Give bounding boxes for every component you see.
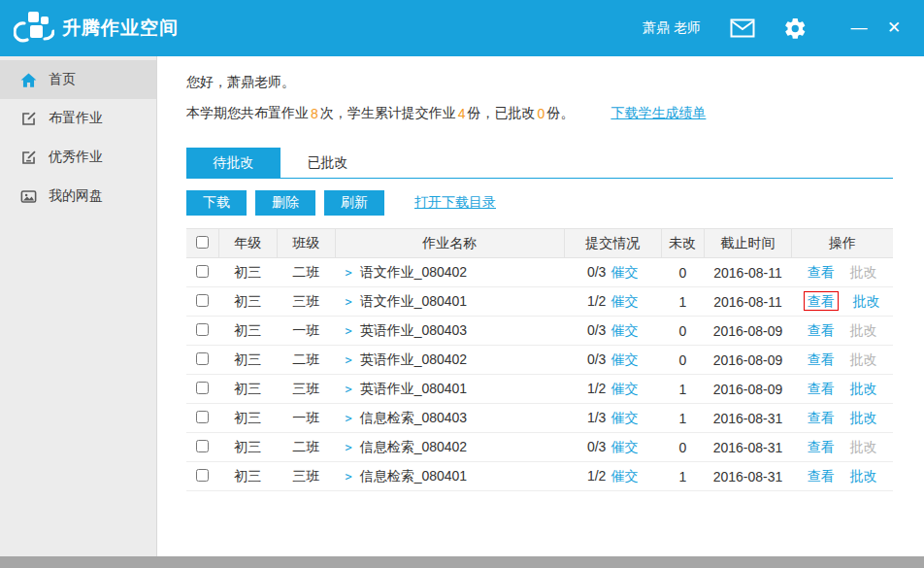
expand-arrow-icon[interactable]: > (345, 383, 351, 396)
refresh-button[interactable]: 刷新 (324, 190, 384, 216)
homework-name-link[interactable]: 语文作业_080401 (360, 293, 468, 309)
table-row: 初三 二班 >信息检索_080402 0/3催交 0 2016-08-31 查看… (186, 433, 893, 462)
submission-count: 1/3 (587, 410, 606, 425)
settings-gear-icon[interactable] (782, 16, 808, 41)
row-checkbox[interactable] (196, 411, 209, 423)
table-body: 初三 二班 >语文作业_080402 0/3催交 0 2016-08-11 查看… (186, 258, 893, 491)
grade-link[interactable]: 批改 (850, 439, 877, 454)
homework-name-link[interactable]: 英语作业_080401 (360, 381, 468, 396)
table-row: 初三 二班 >语文作业_080402 0/3催交 0 2016-08-11 查看… (186, 258, 893, 287)
grade-link[interactable]: 批改 (850, 468, 877, 484)
expand-arrow-icon[interactable]: > (345, 295, 351, 309)
close-button[interactable]: ✕ (883, 17, 905, 39)
deadline: 2016-08-11 (704, 258, 791, 287)
ungraded-count: 0 (661, 433, 704, 462)
row-grade: 初三 (218, 287, 277, 317)
row-class: 三班 (277, 462, 335, 491)
grade-link[interactable]: 批改 (850, 381, 877, 396)
homework-name-link[interactable]: 英语作业_080402 (360, 351, 468, 367)
row-checkbox[interactable] (196, 382, 209, 394)
download-button[interactable]: 下载 (186, 190, 247, 216)
app-window: 升腾作业空间 萧鼎 老师 — ✕ (0, 0, 924, 568)
greeting-text: 您好，萧鼎老师。 (186, 74, 893, 91)
view-link[interactable]: 查看 (808, 351, 835, 367)
urge-submit-link[interactable]: 催交 (610, 322, 638, 338)
view-link[interactable]: 查看 (808, 264, 835, 280)
submission-count: 1/2 (587, 293, 606, 309)
tab-pending-grading[interactable]: 待批改 (186, 148, 280, 178)
col-header-deadline: 截止时间 (704, 229, 791, 258)
table-row: 初三 三班 >语文作业_080401 1/2催交 1 2016-08-11 查看… (186, 287, 893, 317)
tab-graded[interactable]: 已批改 (280, 148, 375, 178)
view-link[interactable]: 查看 (805, 292, 838, 310)
download-transcript-link[interactable]: 下载学生成绩单 (610, 105, 706, 122)
table-row: 初三 一班 >英语作业_080403 0/3催交 0 2016-08-09 查看… (186, 317, 893, 346)
row-grade: 初三 (218, 258, 277, 287)
urge-submit-link[interactable]: 催交 (610, 439, 638, 454)
homework-name-link[interactable]: 信息检索_080401 (360, 468, 468, 484)
row-grade: 初三 (218, 462, 277, 491)
homework-name-link[interactable]: 信息检索_080403 (360, 410, 468, 425)
table-row: 初三 二班 >英语作业_080402 0/3催交 0 2016-08-09 查看… (186, 346, 893, 375)
homework-name-link[interactable]: 英语作业_080403 (360, 322, 468, 338)
row-checkbox[interactable] (196, 469, 209, 482)
view-link[interactable]: 查看 (808, 439, 835, 454)
select-all-checkbox[interactable] (196, 236, 209, 249)
submission-count: 1/2 (587, 381, 606, 396)
view-link[interactable]: 查看 (808, 322, 835, 338)
minimize-button[interactable]: — (848, 17, 870, 39)
row-checkbox[interactable] (196, 294, 209, 307)
expand-arrow-icon[interactable]: > (345, 412, 351, 425)
urge-submit-link[interactable]: 催交 (610, 468, 638, 484)
expand-arrow-icon[interactable]: > (345, 441, 351, 454)
submission-count: 0/3 (587, 322, 606, 338)
row-checkbox[interactable] (196, 323, 209, 336)
row-checkbox[interactable] (196, 352, 209, 365)
submission-count: 0/3 (587, 264, 606, 280)
homework-name-link[interactable]: 语文作业_080402 (360, 264, 468, 280)
col-header-grade: 年级 (218, 229, 277, 258)
deadline: 2016-08-31 (704, 462, 791, 491)
row-class: 二班 (277, 346, 335, 375)
view-link[interactable]: 查看 (808, 468, 835, 484)
grade-link[interactable]: 批改 (853, 293, 880, 309)
urge-submit-link[interactable]: 催交 (610, 410, 638, 425)
homework-name-link[interactable]: 信息检索_080402 (360, 439, 468, 454)
sidebar-item-home[interactable]: 首页 (0, 60, 156, 99)
sidebar-item-cloud-drive[interactable]: 我的网盘 (0, 177, 156, 216)
ungraded-count: 1 (661, 404, 704, 433)
expand-arrow-icon[interactable]: > (345, 266, 351, 280)
urge-submit-link[interactable]: 催交 (610, 351, 638, 367)
grade-link[interactable]: 批改 (850, 264, 877, 280)
view-link[interactable]: 查看 (808, 410, 835, 425)
ungraded-count: 0 (661, 317, 704, 346)
row-grade: 初三 (218, 317, 277, 346)
grade-link[interactable]: 批改 (850, 351, 877, 367)
cloud-drive-icon (19, 187, 38, 206)
row-class: 三班 (277, 375, 335, 404)
mail-icon[interactable] (730, 16, 755, 41)
current-user[interactable]: 萧鼎 老师 (643, 19, 701, 37)
deadline: 2016-08-11 (704, 287, 791, 317)
deadline: 2016-08-09 (704, 375, 791, 404)
view-link[interactable]: 查看 (808, 381, 835, 396)
expand-arrow-icon[interactable]: > (345, 353, 351, 367)
urge-submit-link[interactable]: 催交 (610, 381, 638, 396)
ungraded-count: 0 (661, 346, 704, 375)
sidebar-item-excellent-homework[interactable]: 优秀作业 (0, 138, 156, 177)
expand-arrow-icon[interactable]: > (345, 324, 351, 338)
urge-submit-link[interactable]: 催交 (610, 264, 638, 280)
urge-submit-link[interactable]: 催交 (610, 293, 638, 309)
sidebar-item-label: 优秀作业 (49, 149, 103, 166)
ungraded-count: 1 (661, 462, 704, 491)
expand-arrow-icon[interactable]: > (345, 470, 351, 484)
grade-link[interactable]: 批改 (850, 410, 877, 425)
grade-link[interactable]: 批改 (850, 322, 877, 338)
bottom-status-strip (0, 556, 924, 568)
sidebar-item-assign-homework[interactable]: 布置作业 (0, 99, 156, 138)
row-checkbox[interactable] (196, 440, 209, 452)
delete-button[interactable]: 删除 (255, 190, 315, 216)
row-checkbox[interactable] (196, 265, 209, 278)
row-grade: 初三 (218, 433, 277, 462)
open-download-dir-link[interactable]: 打开下载目录 (414, 194, 496, 212)
